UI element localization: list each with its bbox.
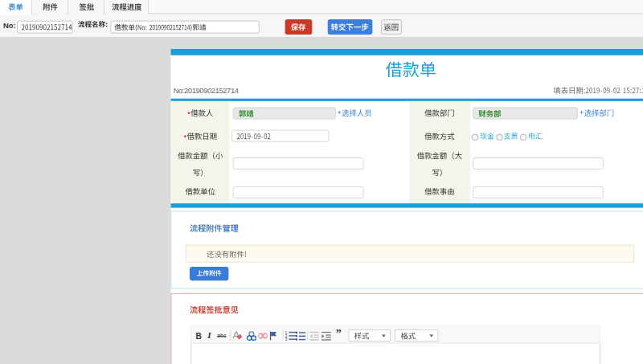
svg-text:3: 3: [285, 337, 287, 341]
